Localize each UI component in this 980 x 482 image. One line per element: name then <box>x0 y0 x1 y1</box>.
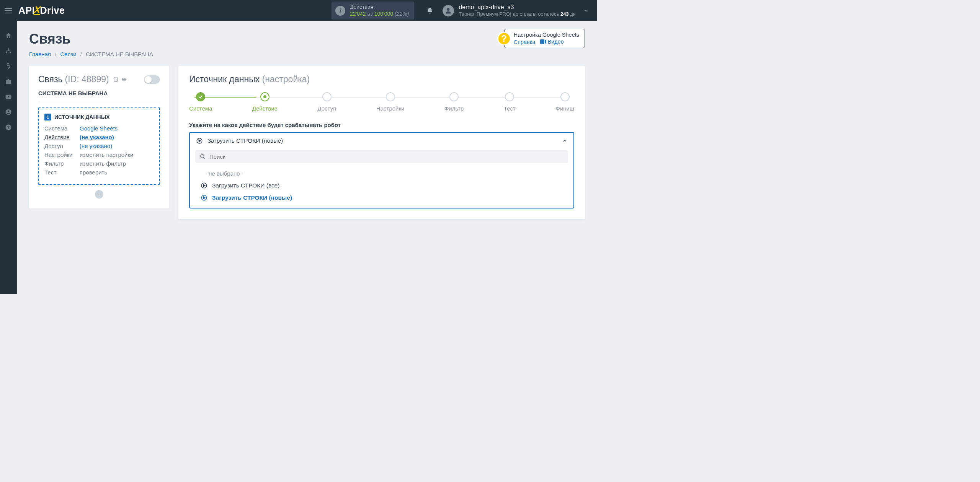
dropdown-search <box>195 150 568 163</box>
sidebar-profile[interactable] <box>0 104 17 120</box>
video-icon <box>540 39 546 44</box>
svg-rect-10 <box>540 39 544 44</box>
source-settings-title: Источник данных (настройка) <box>189 74 574 85</box>
row-action[interactable]: Действие (не указано) <box>44 134 154 140</box>
option-empty[interactable]: - не выбрано - <box>190 168 573 179</box>
svg-text:?: ? <box>7 125 10 130</box>
step-action[interactable]: Действие <box>252 92 278 112</box>
help-box: Настройка Google Sheets Справка Видео <box>504 29 585 48</box>
step-finish[interactable]: Финиш <box>556 92 574 112</box>
sidebar-home[interactable] <box>0 28 17 43</box>
sidebar-video[interactable] <box>0 89 17 104</box>
search-icon <box>200 154 206 160</box>
actions-total: 100'000 <box>374 11 393 17</box>
sidebar-billing[interactable] <box>0 59 17 74</box>
action-dropdown: Загрузить СТРОКИ (новые) - не выбрано - … <box>189 132 574 208</box>
step-test[interactable]: Тест <box>504 92 516 112</box>
svg-line-16 <box>203 157 205 159</box>
step-settings[interactable]: Настройки <box>376 92 405 112</box>
connection-subtitle: СИСТЕМА НЕ ВЫБРАНА <box>38 90 160 102</box>
option-new-rows[interactable]: Загрузить СТРОКИ (новые) <box>190 192 573 204</box>
source-badge: 1 <box>44 114 51 120</box>
help-video-link[interactable]: Видео <box>540 39 564 45</box>
svg-marker-14 <box>199 140 201 142</box>
svg-marker-20 <box>204 197 206 199</box>
user-menu[interactable]: demo_apix-drive_s3 Тариф |Премиум PRO| д… <box>440 3 583 17</box>
user-name: demo_apix-drive_s3 <box>459 3 576 11</box>
row-test[interactable]: Тест проверить <box>44 169 154 176</box>
connection-card: Связь (ID: 48899) СИСТЕМА НЕ ВЫБРАНА 1 И… <box>29 66 169 208</box>
bell-icon[interactable] <box>426 7 433 14</box>
source-settings-card: Источник данных (настройка) Система Дейс… <box>178 66 585 219</box>
svg-point-2 <box>6 52 7 54</box>
play-icon <box>201 194 207 201</box>
row-settings[interactable]: Настройки изменить настройки <box>44 151 154 158</box>
topbar: API X Drive i Действия: 22'042 из 100'00… <box>0 0 597 21</box>
source-rows: Система Google Sheets Действие (не указа… <box>44 125 154 176</box>
actions-count: 22'042 <box>350 11 366 17</box>
row-access[interactable]: Доступ (не указано) <box>44 143 154 149</box>
svg-marker-18 <box>204 184 206 187</box>
source-box-header: 1 ИСТОЧНИК ДАННЫХ <box>44 114 154 120</box>
connection-id: (ID: 48899) <box>65 74 109 85</box>
step-filter[interactable]: Фильтр <box>444 92 464 112</box>
svg-rect-12 <box>114 77 118 81</box>
row-filter[interactable]: Фильтр изменить фильтр <box>44 160 154 167</box>
main: ? Связь Главная / Связи / СИСТЕМА НЕ ВЫБ… <box>0 21 597 294</box>
step-access[interactable]: Доступ <box>317 92 336 112</box>
stepper: Система Действие Доступ Настройки <box>189 92 574 112</box>
sidebar: ? <box>0 21 17 294</box>
sidebar-help[interactable]: ? <box>0 120 17 135</box>
cards-row: Связь (ID: 48899) СИСТЕМА НЕ ВЫБРАНА 1 И… <box>29 66 585 219</box>
logo-drive: Drive <box>40 5 65 16</box>
chevron-up-icon <box>562 138 567 143</box>
svg-marker-11 <box>545 39 546 44</box>
sidebar-connections[interactable] <box>0 43 17 59</box>
user-texts: demo_apix-drive_s3 Тариф |Премиум PRO| д… <box>459 3 576 17</box>
connection-card-title: Связь (ID: 48899) <box>38 74 160 85</box>
copy-icon[interactable] <box>112 76 119 83</box>
row-system[interactable]: Система Google Sheets <box>44 125 154 132</box>
action-form: Укажите на какое действие будет срабатыв… <box>189 122 574 208</box>
hamburger-icon <box>5 8 12 13</box>
hamburger-menu[interactable] <box>0 0 17 21</box>
gear-icon[interactable] <box>121 76 127 83</box>
dropdown-options: - не выбрано - Загрузить СТРОКИ (все) За… <box>190 166 573 208</box>
dropdown-selected[interactable]: Загрузить СТРОКИ (новые) <box>190 133 573 149</box>
action-form-label: Укажите на какое действие будет срабатыв… <box>189 122 574 128</box>
actions-percent: (22%) <box>395 11 409 17</box>
help-ref-link[interactable]: Справка <box>514 39 536 45</box>
breadcrumb-current: СИСТЕМА НЕ ВЫБРАНА <box>86 51 153 57</box>
avatar-icon <box>443 5 454 16</box>
svg-point-0 <box>447 8 450 11</box>
content: Связь Главная / Связи / СИСТЕМА НЕ ВЫБРА… <box>17 21 597 294</box>
step-system[interactable]: Система <box>189 92 212 112</box>
connection-toggle[interactable] <box>144 75 160 84</box>
actions-counter[interactable]: i Действия: 22'042 из 100'000 (22%) <box>332 2 414 20</box>
svg-point-7 <box>8 111 10 112</box>
help-title: Настройка Google Sheets <box>514 32 579 38</box>
chevron-down-icon[interactable] <box>583 7 589 14</box>
breadcrumb-links[interactable]: Связи <box>60 51 77 57</box>
source-box: 1 ИСТОЧНИК ДАННЫХ Система Google Sheets … <box>38 107 160 185</box>
actions-of: из <box>367 11 374 17</box>
svg-point-15 <box>201 155 204 158</box>
info-icon: i <box>335 6 345 16</box>
logo-api: API <box>18 5 35 16</box>
actions-label: Действия: <box>350 4 409 11</box>
option-all-rows[interactable]: Загрузить СТРОКИ (все) <box>190 179 573 192</box>
dropdown-search-input[interactable] <box>209 153 564 160</box>
add-destination-button[interactable]: + <box>95 190 103 199</box>
svg-point-3 <box>10 52 11 54</box>
actions-text: Действия: 22'042 из 100'000 (22%) <box>350 4 409 17</box>
help-circle-icon[interactable]: ? <box>497 32 511 46</box>
breadcrumb-home[interactable]: Главная <box>29 51 51 57</box>
sidebar-briefcase[interactable] <box>0 74 17 89</box>
topbar-right: i Действия: 22'042 из 100'000 (22%) demo… <box>332 0 597 21</box>
play-icon <box>201 182 207 189</box>
logo[interactable]: API X Drive <box>18 5 65 16</box>
help-widget: ? Настройка Google Sheets Справка Видео <box>497 29 585 48</box>
breadcrumb: Главная / Связи / СИСТЕМА НЕ ВЫБРАНА <box>29 51 153 57</box>
play-icon <box>196 137 203 144</box>
svg-point-1 <box>8 48 9 50</box>
